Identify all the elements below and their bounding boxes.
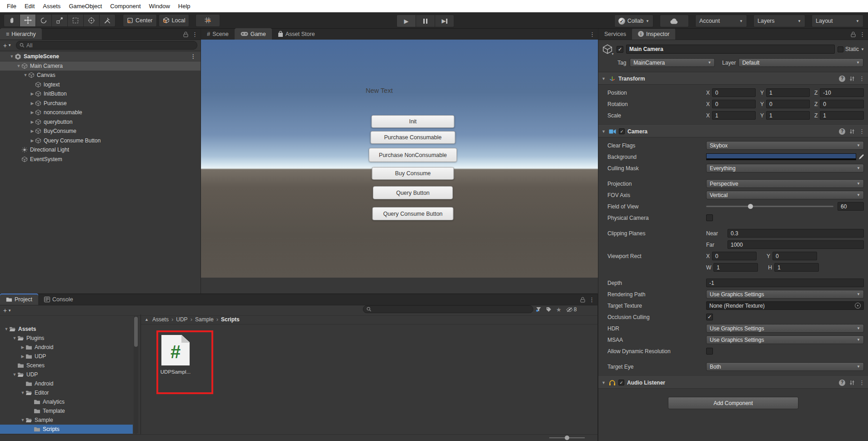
project-folder-android[interactable]: ▶Android [0, 343, 133, 352]
favorites-star-icon[interactable]: ★ [556, 306, 562, 313]
foldout-arrow[interactable]: ▼ [12, 336, 17, 340]
hierarchy-item-directional-light[interactable]: Directional Light [0, 145, 201, 154]
property-field[interactable]: 0 [773, 252, 817, 260]
menu-edit[interactable]: Edit [20, 0, 39, 12]
collapse-arrow-icon[interactable]: ▲ [145, 317, 149, 322]
foldout-arrow[interactable]: ▼ [12, 372, 17, 377]
slider-thumb[interactable] [748, 204, 753, 209]
tag-dropdown[interactable]: MainCamera ▼ [630, 58, 715, 67]
create-asset-button[interactable]: +▼ [3, 307, 11, 314]
preset-icon[interactable] [849, 76, 855, 81]
property-slider[interactable] [706, 206, 833, 207]
eyedropper-icon[interactable] [858, 154, 864, 160]
help-icon[interactable]: ? [839, 380, 845, 386]
lock-icon[interactable] [580, 297, 585, 303]
kebab-menu-icon[interactable]: ⋮ [859, 75, 865, 82]
vector-field-x[interactable]: 0 [712, 100, 756, 108]
property-dropdown[interactable]: Skybox▼ [706, 141, 864, 150]
project-folder-plugins[interactable]: ▼Plugins [0, 334, 133, 343]
hierarchy-item-purchase[interactable]: ▶Purchase [0, 99, 201, 108]
breadcrumb-assets[interactable]: Assets [152, 316, 169, 323]
property-field[interactable]: 1000 [728, 240, 864, 249]
chevron-down-icon[interactable]: ▼ [861, 47, 864, 51]
property-checkbox[interactable] [706, 214, 713, 221]
foldout-arrow[interactable]: ▶ [30, 120, 35, 124]
breadcrumb-sample[interactable]: Sample [195, 316, 214, 323]
gameobject-enabled-checkbox[interactable]: ✓ [617, 46, 623, 53]
component-header-audio-listener[interactable]: ▼✓Audio Listener?⋮ [598, 376, 868, 389]
menu-window[interactable]: Window [145, 0, 174, 12]
project-folder-template[interactable]: Template [0, 406, 133, 416]
kebab-menu-icon[interactable]: ⋮ [192, 31, 198, 38]
hierarchy-item-samplescene[interactable]: ▼SampleScene⋮ [0, 52, 201, 61]
component-enabled-checkbox[interactable]: ✓ [619, 128, 625, 134]
pause-button[interactable] [416, 15, 435, 27]
game-button-init[interactable]: Init [371, 115, 455, 128]
foldout-arrow[interactable]: ▼ [9, 54, 15, 59]
kebab-menu-icon[interactable]: ⋮ [589, 296, 595, 303]
vector-field-z[interactable]: -10 [820, 88, 864, 97]
vector-field-z[interactable]: 0 [820, 100, 864, 108]
add-component-button[interactable]: Add Component [668, 397, 798, 409]
create-button[interactable]: +▼ [3, 42, 11, 49]
hierarchy-item-main-camera[interactable]: ▼Main Camera [0, 61, 201, 71]
property-field[interactable]: -1 [706, 279, 864, 287]
tab-project[interactable]: Project [0, 294, 38, 305]
game-button-purchase-nonconsumable[interactable]: Purchase NonConsumable [369, 148, 457, 162]
play-button[interactable]: ▶ [396, 15, 416, 27]
project-folder-sample[interactable]: ▼Sample [0, 416, 133, 425]
game-button-query-button[interactable]: Query Button [373, 186, 453, 199]
hierarchy-item-query-consume-button[interactable]: ▶Query Consume Button [0, 136, 201, 145]
rect-tool-button[interactable] [68, 14, 84, 27]
layer-dropdown[interactable]: Default ▼ [738, 58, 863, 67]
tab-scene[interactable]: #Scene [201, 28, 235, 40]
tab-inspector[interactable]: iInspector [632, 29, 675, 40]
foldout-arrow[interactable]: ▶ [20, 354, 25, 359]
layers-dropdown[interactable]: Layers ▼ [753, 15, 805, 27]
hierarchy-item-querybutton[interactable]: ▶querybutton [0, 117, 201, 127]
thumbnail-zoom-slider[interactable] [549, 436, 585, 439]
account-dropdown[interactable]: Account ▼ [695, 15, 747, 27]
lock-icon[interactable] [851, 31, 856, 37]
kebab-menu-icon[interactable]: ⋮ [859, 128, 865, 135]
foldout-arrow[interactable]: ▼ [23, 73, 28, 77]
menu-file[interactable]: File [3, 0, 20, 12]
game-button-query-consume-button[interactable]: Query Consume Button [372, 207, 454, 220]
tree-scrollbar[interactable] [134, 315, 138, 434]
color-swatch[interactable] [706, 153, 856, 160]
hidden-packages-button[interactable]: 8 [566, 306, 577, 313]
foldout-arrow[interactable]: ▶ [30, 101, 35, 106]
property-field[interactable]: 0 [712, 252, 757, 260]
hierarchy-item-buyconsume[interactable]: ▶BuyConsume [0, 127, 201, 136]
breadcrumb-scripts[interactable]: Scripts [221, 316, 240, 323]
project-folder-editor[interactable]: ▼Editor [0, 388, 133, 397]
vector-field-y[interactable]: 0 [766, 100, 810, 108]
static-checkbox[interactable] [838, 46, 843, 52]
breadcrumb-udp[interactable]: UDP [176, 316, 187, 323]
transform-tool-button[interactable] [84, 14, 100, 27]
help-icon[interactable]: ? [839, 76, 845, 82]
collab-button[interactable]: ✓ Collab ▼ [614, 15, 653, 27]
project-folder-udp[interactable]: ▼UDP [0, 370, 133, 379]
property-checkbox[interactable] [706, 348, 713, 355]
space-local-button[interactable]: Local [159, 14, 190, 27]
property-dropdown[interactable]: Both▼ [706, 362, 864, 371]
grid-snap-button[interactable] [196, 14, 220, 27]
foldout-arrow[interactable]: ▼ [602, 129, 606, 134]
rotate-tool-button[interactable] [36, 14, 52, 27]
project-folder-analytics[interactable]: Analytics [0, 397, 133, 406]
hierarchy-search-input[interactable]: All [16, 41, 197, 50]
menu-component[interactable]: Component [106, 0, 145, 12]
scrollbar-thumb[interactable] [134, 317, 138, 347]
gameobject-cube-icon[interactable]: ▼ [602, 44, 614, 55]
property-dropdown[interactable]: Everything▼ [706, 164, 864, 172]
move-tool-button[interactable] [20, 14, 36, 27]
tab-asset-store[interactable]: Asset Store [272, 28, 321, 40]
scale-tool-button[interactable] [52, 14, 68, 27]
pivot-center-button[interactable]: Center [123, 14, 157, 27]
foldout-arrow[interactable]: ▼ [4, 327, 9, 331]
component-header-camera[interactable]: ▼✓Camera?⋮ [598, 125, 868, 137]
foldout-arrow[interactable]: ▶ [30, 138, 35, 143]
foldout-arrow[interactable]: ▶ [30, 129, 35, 133]
property-dropdown[interactable]: Use Graphics Settings▼ [706, 324, 864, 333]
